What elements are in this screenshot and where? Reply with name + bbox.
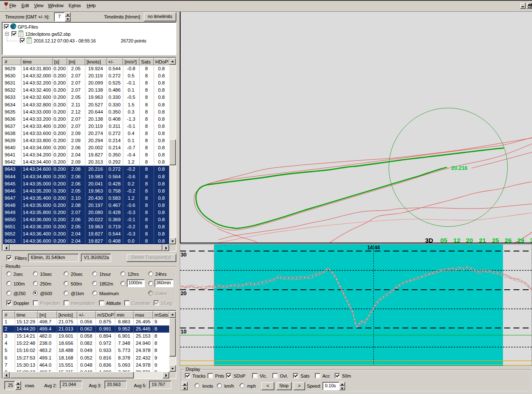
svg-text:26: 26: [505, 237, 511, 243]
svg-text:3: 3: [530, 237, 532, 243]
svg-text:20: 20: [181, 290, 186, 296]
svg-text:3D: 3D: [425, 237, 433, 243]
svg-text:20: 20: [466, 237, 473, 243]
svg-text:05: 05: [440, 237, 447, 243]
svg-text:14:44: 14:44: [367, 245, 380, 251]
svg-text:10: 10: [181, 328, 186, 335]
svg-text:30: 30: [181, 251, 186, 258]
svg-text:20.216: 20.216: [451, 165, 468, 171]
svg-text:25: 25: [492, 237, 499, 243]
svg-text:21: 21: [479, 237, 486, 243]
svg-text:29: 29: [517, 237, 524, 243]
svg-text:12: 12: [453, 237, 460, 243]
